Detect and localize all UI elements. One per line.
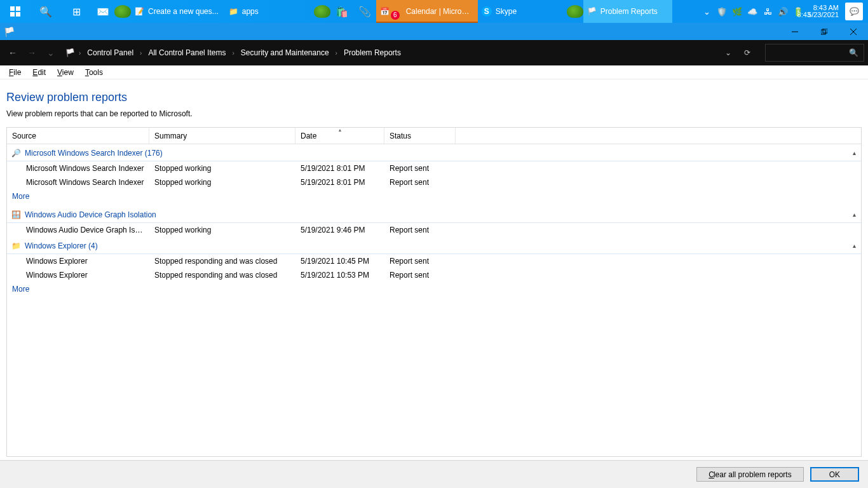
cell-source: Microsoft Windows Search Indexer bbox=[7, 163, 149, 174]
table-row[interactable]: Windows Explorer Stopped responding and … bbox=[7, 254, 861, 268]
chevron-right-icon[interactable]: › bbox=[139, 50, 143, 57]
cell-status: Report sent bbox=[384, 177, 456, 188]
flag-icon: 🏳️ bbox=[65, 48, 75, 57]
cell-summary: Stopped responding and was closed bbox=[149, 255, 295, 267]
start-button[interactable] bbox=[0, 0, 31, 23]
table-row[interactable]: Microsoft Windows Search Indexer Stopped… bbox=[7, 175, 861, 189]
svg-rect-1 bbox=[16, 6, 20, 11]
leaf-icon[interactable]: 🌿 bbox=[731, 6, 743, 17]
forward-button[interactable]: → bbox=[23, 44, 41, 62]
cell-date: 5/19/2021 10:53 PM bbox=[295, 269, 384, 281]
chevron-right-icon[interactable]: › bbox=[78, 50, 82, 57]
collapse-up-icon[interactable]: ▴ bbox=[853, 242, 856, 249]
cell-status: Report sent bbox=[384, 255, 456, 267]
window-titlebar: 🏳️ bbox=[0, 23, 868, 40]
cell-date: 5/19/2021 9:46 PM bbox=[295, 224, 384, 236]
menu-view[interactable]: View bbox=[52, 67, 79, 78]
chevron-right-icon[interactable]: › bbox=[334, 50, 339, 57]
cell-source: Windows Explorer bbox=[7, 269, 149, 281]
cell-summary: Stopped working bbox=[149, 177, 295, 188]
crumb-control-panel[interactable]: Control Panel bbox=[85, 48, 136, 57]
cell-date: 5/19/2021 8:01 PM bbox=[295, 163, 384, 174]
svg-rect-0 bbox=[10, 6, 15, 11]
onedrive-icon[interactable]: ☁️ bbox=[747, 6, 758, 17]
address-bar: ← → ⌄ 🏳️ › Control Panel › All Control P… bbox=[0, 40, 868, 65]
decor-icon bbox=[114, 5, 131, 18]
tray-chevron-icon[interactable]: ⌄ bbox=[701, 6, 712, 17]
cell-date: 5/19/2021 10:45 PM bbox=[295, 255, 384, 267]
collapse-up-icon[interactable]: ▴ bbox=[853, 211, 856, 218]
cell-date: 5/19/2021 8:01 PM bbox=[295, 177, 384, 188]
page-title: Review problem reports bbox=[6, 91, 862, 104]
column-date[interactable]: Date▴ bbox=[295, 128, 384, 144]
cell-source: Microsoft Windows Search Indexer bbox=[7, 177, 149, 188]
task-apps[interactable]: 📁apps bbox=[225, 0, 314, 23]
task-view-icon[interactable]: ⊞ bbox=[61, 0, 92, 23]
btn-label: lear all problem reports bbox=[714, 470, 792, 479]
bottom-bar: Clear all problem reports OK bbox=[0, 460, 868, 488]
decor-icon bbox=[314, 5, 330, 18]
menu-edit[interactable]: Edit bbox=[27, 67, 51, 78]
flag-icon: 🏳️ bbox=[4, 27, 15, 37]
clock-date: 5/23/2021 bbox=[808, 11, 839, 18]
more-link[interactable]: More bbox=[7, 189, 861, 206]
cell-summary: Stopped working bbox=[149, 224, 295, 236]
sort-asc-icon: ▴ bbox=[339, 127, 341, 133]
volume-icon[interactable]: 🔊 bbox=[777, 6, 789, 17]
close-button[interactable] bbox=[839, 23, 868, 40]
menu-tools[interactable]: Tools bbox=[80, 67, 108, 78]
back-button[interactable]: ← bbox=[4, 44, 22, 62]
folder-icon: 📁 bbox=[11, 241, 21, 251]
security-icon[interactable]: 🛡️ bbox=[716, 6, 728, 17]
taskbar: 🔍 ⊞ ✉️ 📝Create a new ques... 📁apps 🛍️ 📎 … bbox=[0, 0, 868, 23]
group-header-audio[interactable]: 🪟 Windows Audio Device Graph Isolation ▴ bbox=[7, 206, 861, 223]
more-link[interactable]: More bbox=[7, 282, 861, 299]
pinned-store-icon[interactable]: 🛍️ bbox=[330, 0, 353, 23]
menu-bar: File Edit View Tools bbox=[0, 65, 868, 79]
action-center-icon[interactable]: 💬 bbox=[845, 3, 863, 20]
crumb-security[interactable]: Security and Maintenance bbox=[238, 48, 332, 57]
task-create-question[interactable]: 📝Create a new ques... bbox=[131, 0, 225, 23]
clear-all-button[interactable]: Clear all problem reports bbox=[696, 467, 803, 482]
crumb-problem-reports[interactable]: Problem Reports bbox=[341, 48, 403, 57]
pinned-mail-icon[interactable]: ✉️ bbox=[92, 0, 114, 23]
search-icon: 🔍 bbox=[849, 48, 858, 57]
breadcrumb[interactable]: 🏳️ › Control Panel › All Control Panel I… bbox=[61, 44, 760, 62]
column-source[interactable]: Source bbox=[7, 128, 149, 144]
maximize-button[interactable] bbox=[810, 23, 839, 40]
menu-file[interactable]: File bbox=[4, 67, 26, 78]
cell-status: Report sent bbox=[384, 163, 456, 174]
content-area: Review problem reports View problem repo… bbox=[0, 79, 868, 460]
badge-icon: 6 bbox=[391, 11, 400, 20]
cell-source: Windows Explorer bbox=[7, 255, 149, 267]
recent-dropdown-icon[interactable]: ⌄ bbox=[42, 44, 60, 62]
pinned-office-icon[interactable]: 📎 bbox=[353, 0, 376, 23]
refresh-icon[interactable]: ⟳ bbox=[739, 44, 756, 61]
clock[interactable]: 8:43 AM 8:43 5/23/2021 bbox=[808, 4, 839, 18]
group-header-explorer[interactable]: 📁 Windows Explorer (4) ▴ bbox=[7, 237, 861, 254]
column-status[interactable]: Status bbox=[384, 128, 456, 144]
table-row[interactable]: Windows Audio Device Graph Isol... Stopp… bbox=[7, 223, 861, 237]
minimize-button[interactable] bbox=[780, 23, 810, 40]
search-icon[interactable]: 🔍 bbox=[31, 0, 61, 23]
table-row[interactable]: Windows Explorer Stopped responding and … bbox=[7, 268, 861, 282]
cell-source: Windows Audio Device Graph Isol... bbox=[7, 224, 149, 236]
search-input[interactable]: 🔍 bbox=[765, 44, 864, 62]
ok-button[interactable]: OK bbox=[810, 467, 859, 482]
table-row[interactable]: Microsoft Windows Search Indexer Stopped… bbox=[7, 161, 861, 175]
group-header-search-indexer[interactable]: 🔎 Microsoft Windows Search Indexer (176)… bbox=[7, 144, 861, 161]
column-spacer bbox=[456, 128, 861, 144]
chevron-right-icon[interactable]: › bbox=[231, 50, 235, 57]
task-problem-reports[interactable]: 🏳️Problem Reports bbox=[583, 0, 672, 23]
group-title: Windows Explorer (4) bbox=[25, 241, 98, 250]
cell-status: Report sent bbox=[384, 269, 456, 281]
network-icon[interactable]: 🖧 bbox=[762, 6, 773, 17]
address-dropdown-icon[interactable]: ⌄ bbox=[720, 44, 736, 61]
crumb-all-items[interactable]: All Control Panel Items bbox=[146, 48, 228, 57]
task-skype[interactable]: SSkype bbox=[478, 0, 567, 23]
column-summary[interactable]: Summary bbox=[149, 128, 295, 144]
task-calendar[interactable]: 📅6Calendar | Micros... bbox=[376, 0, 478, 23]
page-subtitle: View problem reports that can be reporte… bbox=[6, 109, 862, 118]
cell-summary: Stopped working bbox=[149, 163, 295, 174]
collapse-up-icon[interactable]: ▴ bbox=[853, 149, 856, 156]
